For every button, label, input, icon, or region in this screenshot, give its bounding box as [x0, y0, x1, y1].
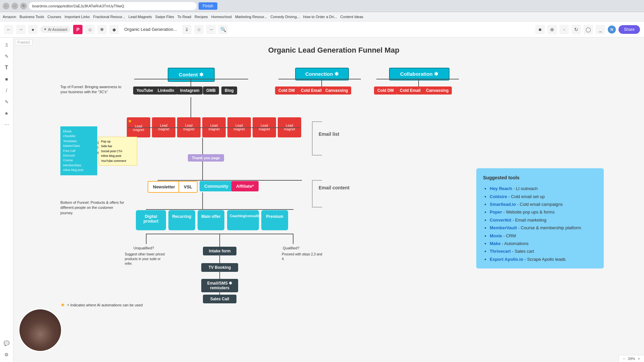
tool-cursor[interactable]: ⇫ — [2, 40, 11, 50]
connection-cold-email[interactable]: Cold Email — [298, 86, 325, 95]
bookmark-to-read[interactable]: To Read — [177, 15, 191, 19]
zoom-in-btn[interactable]: + — [638, 357, 640, 361]
line-collab-down — [418, 78, 419, 86]
sales-call-box[interactable]: Sales Call — [203, 295, 236, 303]
main-area: ⇫ ✎ T ■ / ✎ ★ ⋯ 💬 ⚙ Frame1 Organic Lead … — [0, 38, 644, 362]
tool-membervault: MemberVault - Course & membership platfo… — [490, 224, 597, 232]
tool-shapes[interactable]: ■ — [2, 74, 11, 84]
unqualified-desc: Suggest other lower priced products in y… — [125, 252, 168, 266]
line-lead-horiz — [127, 127, 301, 128]
connection-canvassing[interactable]: Canvassing — [322, 86, 351, 95]
tools-title: Suggested tools — [483, 174, 597, 182]
zoom-out-btn[interactable]: − — [623, 357, 625, 361]
connection-cold-dm[interactable]: Cold DM — [275, 86, 298, 95]
line-prod-horiz — [146, 209, 293, 210]
content-header-box[interactable]: Content ✱ — [168, 68, 215, 82]
bookmark-swipe-files[interactable]: Swipe Files — [155, 15, 174, 19]
sticky-yellow-note: Pop upSide barSocial post CTA Inline blo… — [99, 137, 137, 166]
main-offer-box[interactable]: Main offer — [198, 210, 224, 230]
tool-2[interactable]: ❅ — [97, 25, 107, 34]
recurring-box[interactable]: Recurring — [168, 210, 195, 230]
collab-cold-dm[interactable]: Cold DM — [374, 86, 397, 95]
email-content-top — [312, 180, 322, 181]
tool-export-apollo: Export Apollo.io - Scrape Apollo leads — [490, 255, 597, 263]
bookmark-courses[interactable]: Courses — [48, 15, 61, 19]
channel-gmb[interactable]: GMB — [203, 86, 219, 95]
tool-comment[interactable]: 💬 — [2, 339, 11, 348]
qualified-label: Qualified? — [280, 245, 302, 251]
share-button[interactable]: Share — [619, 25, 640, 34]
bookmark-amazon[interactable]: Amazon — [3, 15, 16, 19]
finish-button[interactable]: Finish — [199, 2, 217, 10]
toolbar-r3[interactable]: ◦ — [559, 25, 569, 34]
collab-cold-email[interactable]: Cold Email — [396, 86, 424, 95]
bookmark-marketing[interactable]: Marketing Resour... — [235, 15, 267, 19]
tool-p[interactable]: P — [73, 25, 83, 34]
home-btn[interactable]: ● — [28, 25, 38, 34]
star-legend: ★ = Indicates where AI automations can b… — [60, 302, 143, 308]
email-list-line-v — [312, 121, 313, 155]
coaching-box[interactable]: Coaching/consulting — [227, 210, 259, 230]
tool-line[interactable]: / — [2, 86, 11, 95]
tool-more[interactable]: ⋯ — [2, 120, 11, 129]
bookmark-business-tools[interactable]: Business Tools — [19, 15, 44, 19]
canvas[interactable]: Frame1 Organic Lead Generation Funnel Ma… — [13, 38, 644, 362]
bookmark-content-ideas[interactable]: Content Ideas — [340, 15, 364, 19]
email-list-bottom — [312, 155, 322, 156]
toolbar-r4[interactable]: ↻ — [572, 25, 581, 34]
star-btn[interactable]: ☆ — [194, 25, 204, 34]
tool-hand[interactable]: ✎ — [2, 52, 11, 61]
line-center-v — [191, 97, 191, 117]
webcam-face — [19, 309, 61, 351]
digital-product-box[interactable]: Digital product — [136, 210, 166, 230]
toolbar-r7[interactable]: N — [608, 25, 616, 34]
tool-text[interactable]: T — [2, 63, 11, 72]
channel-youtube[interactable]: YouTube — [133, 86, 157, 95]
toolbar-r2[interactable]: ⊕ — [547, 25, 557, 34]
tool-1[interactable]: ☺ — [85, 25, 95, 34]
bottom-of-funnel-desc: Bottom of Funnel: Products & offers for … — [60, 200, 124, 216]
nav-back-btn[interactable]: ← — [4, 25, 13, 34]
premium-box[interactable]: Premium — [261, 210, 288, 230]
channel-blog[interactable]: Blog — [221, 86, 237, 95]
collab-canvassing[interactable]: Canvassing — [423, 86, 452, 95]
bookmark-comedy[interactable]: Comedy Driving... — [270, 15, 300, 19]
line-intake-v — [219, 234, 220, 247]
bookmark-recipes[interactable]: Recipes — [195, 15, 208, 19]
forward-button[interactable]: → — [11, 3, 18, 9]
save-btn[interactable]: ⇓ — [182, 25, 192, 34]
vsl-box[interactable]: VSL — [178, 181, 198, 193]
email-content-bottom — [312, 207, 322, 207]
tool-make: Make - Automations — [490, 240, 597, 247]
url-bar[interactable]: boardmix.com/app/editor/2aEJy3KATwRvk3Tm… — [29, 2, 197, 10]
tool-stamp[interactable]: ★ — [2, 109, 11, 118]
thank-you-page[interactable]: Thank you page — [188, 154, 224, 162]
bookmark-homeschool[interactable]: Homeschool — [211, 15, 232, 19]
bookmark-order[interactable]: How to Order a Dri... — [303, 15, 337, 19]
ai-assistant-button[interactable]: ✦ AI Assistant — [40, 26, 70, 33]
community-box[interactable]: Community — [200, 181, 233, 191]
toolbar-r1[interactable]: ■ — [535, 25, 545, 34]
tool-pen[interactable]: ✎ — [2, 97, 11, 107]
bookmark-lead-magnets[interactable]: Lead Magnets — [128, 15, 152, 19]
zoom-bar: − 39% + — [619, 355, 644, 362]
affiliate-box[interactable]: Affiliate* — [231, 181, 259, 191]
pointer-btn[interactable]: → — [206, 25, 216, 34]
tool-3[interactable]: ◆ — [109, 25, 119, 34]
bookmark-fractional[interactable]: Fractional Resour... — [93, 15, 125, 19]
channel-linkedin[interactable]: LinkedIn — [154, 86, 177, 95]
bookmarks-bar: Amazon Business Tools Courses Important … — [0, 12, 644, 21]
left-sidebar: ⇫ ✎ T ■ / ✎ ★ ⋯ 💬 ⚙ — [0, 38, 13, 362]
channel-instagram[interactable]: Instagram — [177, 86, 203, 95]
search-btn[interactable]: 🔍 — [218, 25, 228, 34]
bookmark-important-links[interactable]: Important Links — [65, 15, 90, 19]
line-email-horiz — [158, 180, 302, 181]
tool-smartlead: Smartlead.io - Cold email campaigns — [490, 200, 597, 208]
toolbar-r5[interactable]: ◯ — [584, 25, 593, 34]
reload-button[interactable]: ↻ — [20, 3, 27, 9]
tool-settings2[interactable]: ⚙ — [2, 350, 11, 359]
newsletter-box[interactable]: Newsletter — [148, 181, 180, 193]
toolbar-r6[interactable]: ⎯ — [596, 25, 605, 34]
back-button[interactable]: ← — [3, 3, 9, 9]
nav-forward-btn[interactable]: → — [16, 25, 25, 34]
